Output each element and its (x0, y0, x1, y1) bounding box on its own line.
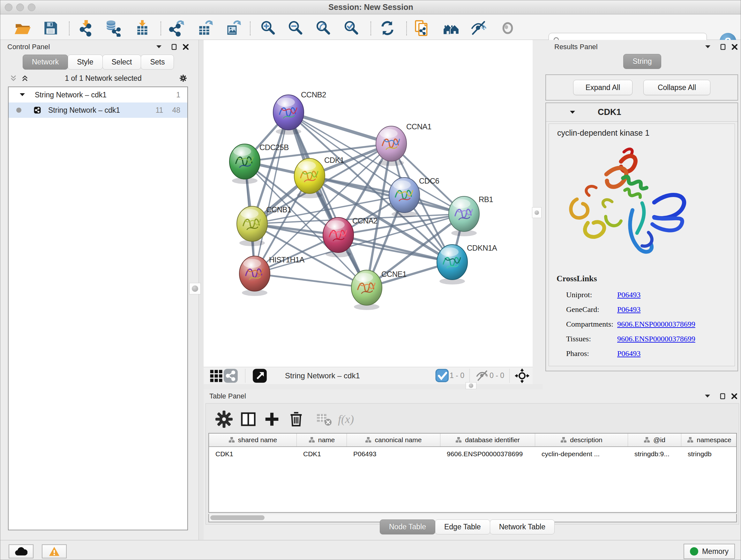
open-session-icon[interactable] (12, 19, 33, 37)
tab-style[interactable]: Style (68, 55, 103, 70)
panel-float-icon[interactable] (719, 43, 727, 51)
table-cell[interactable]: CDK1 (297, 447, 347, 461)
network-collection-row[interactable]: String Network – cdk1 1 (9, 87, 187, 103)
splitter-handle[interactable] (466, 382, 476, 389)
column-header-canonicalname[interactable]: canonical name (347, 434, 441, 446)
table-cell[interactable]: CDK1 (209, 447, 297, 461)
warning-button[interactable] (42, 544, 67, 558)
panel-menu-icon[interactable] (155, 43, 163, 51)
refresh-icon[interactable] (377, 19, 398, 37)
import-database-icon[interactable] (103, 19, 124, 37)
selected-checkbox-icon[interactable] (435, 368, 450, 383)
node-CCNB1[interactable]: CCNB1 (237, 205, 291, 246)
column-header-sharedname[interactable]: shared name (209, 434, 297, 446)
divider-handle[interactable] (189, 283, 201, 294)
network-row[interactable]: String Network – cdk1 11 48 (9, 103, 187, 118)
crosslink-link[interactable]: P06493 (617, 291, 641, 299)
panel-close-icon[interactable] (182, 43, 190, 51)
crosslink-link[interactable]: 9606.ENSP00000378699 (617, 334, 695, 343)
table-cell[interactable]: P06493 (347, 447, 441, 461)
panel-close-icon[interactable] (730, 392, 738, 400)
crosslink-link[interactable]: P06493 (617, 349, 641, 358)
save-session-icon[interactable] (41, 19, 61, 37)
column-header-namespace[interactable]: namespace (681, 434, 737, 446)
zoom-out-icon[interactable] (286, 19, 306, 37)
protein-expand-icon[interactable] (568, 108, 577, 117)
add-column-icon[interactable] (263, 411, 280, 428)
hidden-eye-icon[interactable] (475, 368, 489, 383)
hide-selected-icon[interactable] (468, 19, 488, 37)
node-CCNA1[interactable]: CCNA1 (376, 122, 431, 166)
panel-float-icon[interactable] (719, 392, 727, 400)
protein-name: CDK1 (598, 107, 621, 117)
panel-menu-icon[interactable] (703, 392, 712, 400)
protein-card-header[interactable]: CDK1 (546, 103, 738, 122)
export-image-icon[interactable] (222, 19, 243, 37)
edge-CCNB2-CCNA1[interactable] (288, 112, 391, 144)
expand-all-button[interactable]: Expand All (573, 80, 632, 95)
zoom-in-icon[interactable] (258, 19, 279, 37)
tab-node-table[interactable]: Node Table (380, 519, 435, 535)
show-graphics-icon[interactable] (497, 19, 518, 37)
memory-button[interactable]: Memory (684, 544, 735, 559)
table-cell[interactable]: 9606.ENSP00000378699 (441, 447, 535, 461)
grid-view-icon[interactable] (209, 368, 223, 383)
tab-select[interactable]: Select (103, 55, 141, 70)
window-zoom-button[interactable] (28, 3, 36, 11)
crosslink-link[interactable]: 9606.ENSP00000378699 (617, 320, 695, 328)
column-header-id[interactable]: @id (628, 434, 681, 446)
show-columns-icon[interactable] (240, 411, 257, 428)
network-graph[interactable]: CCNB2CCNA1CDC25BCDK1CDC6RB1CCNB1CCNA2CDK… (204, 40, 533, 367)
tab-sets[interactable]: Sets (141, 55, 174, 70)
column-header-databaseidentifier[interactable]: database identifier (441, 434, 535, 446)
birdseye-icon[interactable] (515, 368, 529, 383)
network-canvas[interactable]: CCNB2CCNA1CDC25BCDK1CDC6RB1CCNB1CCNA2CDK… (204, 40, 533, 367)
export-view-icon[interactable] (253, 368, 267, 383)
collapse-all-icon[interactable] (9, 74, 17, 82)
node-CCNB2[interactable]: CCNB2 (273, 90, 326, 135)
string-home-icon[interactable] (441, 19, 461, 37)
results-panel-title: Results Panel (554, 43, 598, 51)
column-header-description[interactable]: description (535, 434, 628, 446)
panel-float-icon[interactable] (170, 43, 179, 51)
tab-network[interactable]: Network (23, 55, 68, 70)
table-cell[interactable]: stringdb (681, 447, 737, 461)
window-close-button[interactable] (5, 3, 12, 11)
column-header-name[interactable]: name (297, 434, 347, 446)
delete-column-icon[interactable] (287, 411, 305, 428)
panel-menu-icon[interactable] (704, 43, 712, 51)
node-CDKN1A[interactable]: CDKN1A (437, 244, 497, 285)
node-CCNE1[interactable]: CCNE1 (351, 270, 407, 310)
expand-all-icon[interactable] (21, 74, 29, 82)
tab-edge-table[interactable]: Edge Table (435, 519, 490, 535)
crosslink-link[interactable]: P06493 (617, 305, 641, 314)
scrollbar-thumb[interactable] (210, 515, 265, 520)
table-row[interactable]: CDK1CDK1P064939606.ENSP00000378699cyclin… (209, 447, 736, 461)
crosslink-label: Tissues: (556, 334, 617, 343)
panel-close-icon[interactable] (731, 43, 739, 51)
table-cell[interactable]: cyclin-dependent ... (535, 447, 628, 461)
node-table[interactable]: shared namenamecanonical namedatabase id… (208, 433, 737, 513)
zoom-selected-icon[interactable] (341, 19, 362, 37)
collection-expand-icon[interactable] (18, 91, 26, 99)
gear-icon[interactable] (178, 72, 189, 84)
table-cell[interactable]: stringdb:9... (628, 447, 681, 461)
node-RB1[interactable]: RB1 (449, 195, 493, 236)
divider-handle-right[interactable] (532, 207, 542, 218)
export-network-icon[interactable] (165, 19, 186, 37)
edge-HIST1H1A-CCNE1[interactable] (255, 273, 367, 288)
collapse-all-button[interactable]: Collapse All (643, 80, 711, 95)
share-document-icon[interactable] (412, 19, 432, 37)
cloud-button[interactable] (9, 544, 33, 558)
tab-network-table[interactable]: Network Table (490, 519, 555, 535)
import-network-icon[interactable] (76, 19, 97, 37)
table-gear-icon[interactable] (215, 411, 232, 428)
import-table-icon[interactable] (132, 19, 153, 37)
window-minimize-button[interactable] (16, 3, 24, 11)
node-CDC25B[interactable]: CDC25B (229, 143, 289, 184)
export-table-icon[interactable] (194, 19, 215, 37)
network-overview-icon[interactable] (223, 368, 238, 383)
tab-string[interactable]: String (623, 54, 661, 69)
zoom-fit-icon[interactable] (313, 19, 334, 37)
selected-count: 1 - 0 (450, 371, 464, 380)
